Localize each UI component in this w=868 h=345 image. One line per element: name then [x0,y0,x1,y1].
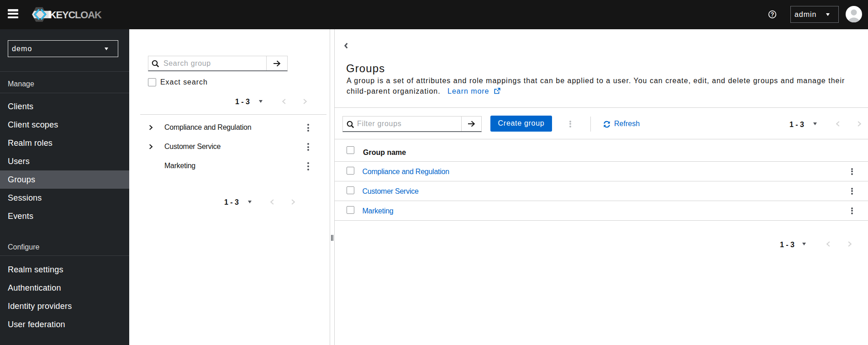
svg-text:?: ? [771,11,774,17]
svg-text:KEYCLOAK: KEYCLOAK [49,9,102,21]
